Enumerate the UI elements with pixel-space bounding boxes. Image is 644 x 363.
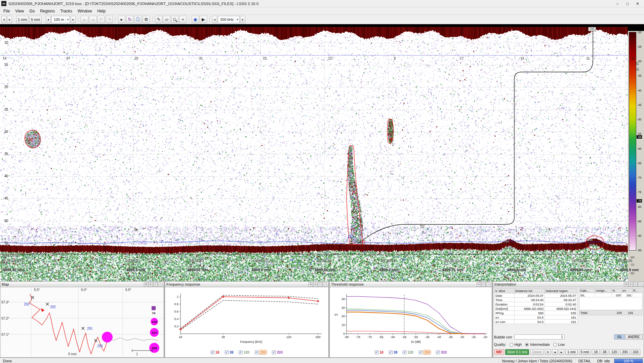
checkbox-icon[interactable]: ✓: [225, 351, 229, 354]
scroll-1nmi-button[interactable]: 1 nmi: [16, 16, 29, 23]
play-icon[interactable]: ▶: [200, 16, 207, 23]
freq-button-200[interactable]: 200: [620, 349, 630, 355]
panel-menu-icon[interactable]: ≡: [313, 282, 318, 287]
detail-mode-button[interactable]: DETAIL: [575, 358, 594, 363]
panel-minimize-icon[interactable]: –: [158, 282, 162, 287]
scroll-5nmi-button[interactable]: 5 nmi: [29, 16, 42, 23]
panel-minimize-icon[interactable]: –: [638, 282, 642, 287]
checkbox-icon[interactable]: ✓: [239, 351, 242, 354]
delete-button[interactable]: Delete: [530, 349, 544, 355]
map-scale-bar: [132, 349, 152, 352]
panel-settings-icon[interactable]: ✳: [309, 282, 313, 287]
refresh-icon[interactable]: ↻: [126, 16, 133, 23]
minimize-button[interactable]: –: [612, 1, 622, 6]
eraser-icon[interactable]: ▱: [163, 16, 170, 23]
echogram-canvas[interactable]: [0, 24, 628, 281]
freq-button-333[interactable]: 333: [631, 349, 641, 355]
panel-minimize-icon[interactable]: –: [486, 282, 490, 287]
species-andre-button[interactable]: ANDRE: [625, 335, 642, 339]
species-sil-button[interactable]: SIL: [614, 335, 625, 339]
category-list[interactable]: [579, 297, 642, 310]
panel-detach-icon[interactable]: □: [318, 282, 322, 287]
checkbox-icon[interactable]: ✓: [419, 351, 422, 354]
menu-help[interactable]: Help: [94, 8, 108, 14]
freq-toggle-120[interactable]: ✓120: [403, 350, 413, 354]
radio-icon[interactable]: [525, 343, 529, 347]
panel-detach-icon[interactable]: □: [633, 282, 638, 287]
freq-toggle-333[interactable]: ✓333: [436, 350, 447, 354]
menu-go[interactable]: Go: [27, 8, 37, 14]
freq-toggle-18[interactable]: ✓18: [375, 350, 384, 354]
map-content[interactable]: 5.5°6.0°6.5°57.3°57.2°57.1°2932922912907…: [0, 287, 164, 357]
checkbox-icon[interactable]: ✓: [375, 351, 378, 354]
menu-window[interactable]: Window: [75, 8, 95, 14]
panel-detach-icon[interactable]: □: [481, 282, 486, 287]
panel-detach-icon[interactable]: □: [153, 282, 158, 287]
store-1nmi-button[interactable]: 1 nmi: [565, 349, 577, 355]
freq-toggle-18[interactable]: ✓18: [211, 350, 219, 354]
panel-menu-icon[interactable]: ≡: [477, 282, 481, 287]
panel-settings-icon[interactable]: ✳: [144, 282, 148, 287]
info-icon[interactable]: ⓘ: [134, 16, 142, 23]
freq-toggle-200[interactable]: ✓200: [255, 350, 267, 354]
sync-icon[interactable]: ◉: [192, 16, 199, 23]
depth-range-prev-button[interactable]: ◂: [46, 16, 51, 23]
radio-icon[interactable]: [553, 343, 557, 347]
freq-button-120[interactable]: 120: [609, 349, 619, 355]
freq-toggle-38[interactable]: ✓38: [389, 350, 398, 354]
freq-button-38[interactable]: 38: [601, 349, 608, 355]
depth-range-select[interactable]: 100 m ▾: [51, 16, 70, 23]
close-button[interactable]: ✕: [633, 1, 643, 6]
freq-toggle-200[interactable]: ✓200: [419, 350, 431, 354]
magnifier-icon[interactable]: [171, 16, 178, 23]
panel-settings-icon[interactable]: ✳: [624, 282, 628, 287]
freq-toggle-label: 18: [379, 350, 384, 354]
bubble-corr-input[interactable]: 1: [514, 334, 565, 339]
checkbox-icon[interactable]: ✓: [436, 351, 440, 354]
freq-toggle-38[interactable]: ✓38: [225, 350, 234, 354]
store-button[interactable]: Store 0.1 nmi: [505, 349, 529, 355]
category-table[interactable]: Cate...Assign...%sAR...SIL100191: [579, 288, 642, 297]
checkbox-icon[interactable]: ✓: [255, 351, 258, 354]
back-icon[interactable]: ←: [81, 16, 88, 23]
checkbox-icon[interactable]: ✓: [211, 351, 214, 354]
pencil-icon[interactable]: ✎: [155, 16, 162, 23]
menu-file[interactable]: File: [1, 8, 12, 14]
freq-button-18[interactable]: 18: [592, 349, 600, 355]
frequency-select[interactable]: 200 kHz ▾: [218, 16, 240, 23]
frequency-prev-button[interactable]: ◂: [212, 16, 217, 23]
zoom-in-icon[interactable]: +: [179, 16, 187, 23]
freq-toggle-120[interactable]: ✓120: [239, 350, 249, 354]
menu-regions[interactable]: Regions: [37, 8, 57, 14]
maximize-button[interactable]: □: [622, 1, 633, 6]
region-menu-button[interactable]: ≡: [545, 349, 551, 355]
step-forward-icon[interactable]: ▸: [118, 16, 125, 23]
prev-region-button[interactable]: ◂: [552, 349, 558, 355]
next-region-button[interactable]: ▸: [559, 349, 564, 355]
quality-option-intermediate[interactable]: Intermediate: [525, 342, 550, 347]
redo-icon[interactable]: ↷: [106, 16, 113, 23]
quality-option-high[interactable]: High: [510, 342, 522, 347]
undo-icon[interactable]: ↶: [97, 16, 105, 23]
freq-toggle-333[interactable]: ✓333: [272, 350, 283, 354]
next-file-button[interactable]: ▸: [7, 16, 12, 23]
echogram-view[interactable]: 1015202530354045505514977931231291713111…: [0, 24, 644, 281]
quality-option-low[interactable]: Low: [553, 342, 565, 347]
panel-menu-icon[interactable]: ≡: [629, 282, 633, 287]
checkbox-icon[interactable]: ✓: [389, 351, 393, 354]
panel-minimize-icon[interactable]: –: [323, 282, 327, 287]
radio-icon[interactable]: [510, 343, 513, 347]
menu-view[interactable]: View: [12, 8, 27, 14]
frequency-next-button[interactable]: ▸: [240, 16, 245, 23]
depth-range-next-button[interactable]: ▸: [71, 16, 76, 23]
forward-icon[interactable]: →: [89, 16, 97, 23]
settings-gear-icon[interactable]: ⚙: [143, 16, 150, 23]
panel-menu-icon[interactable]: ≡: [149, 282, 153, 287]
checkbox-icon[interactable]: ✓: [403, 351, 406, 354]
category-row[interactable]: SIL100191: [579, 293, 642, 297]
prev-file-button[interactable]: ◂: [1, 16, 6, 23]
nb-button[interactable]: NB!: [494, 349, 504, 355]
menu-tracks[interactable]: Tracks: [57, 8, 75, 14]
store-5nmi-button[interactable]: 5 nmi: [579, 349, 591, 355]
checkbox-icon[interactable]: ✓: [272, 351, 276, 354]
